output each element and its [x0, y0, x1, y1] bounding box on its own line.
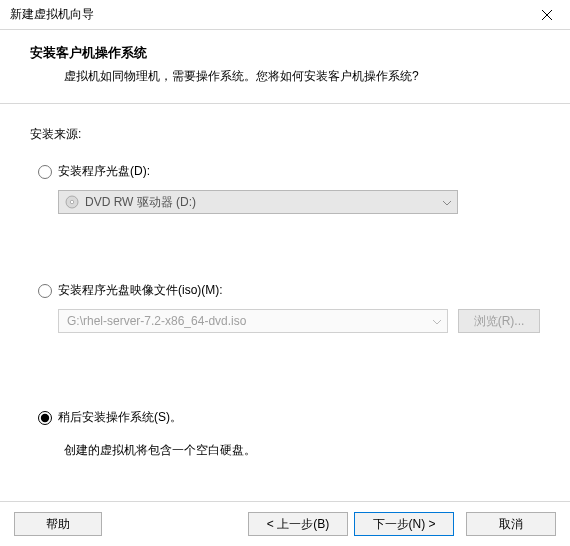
- chevron-down-icon: [443, 195, 451, 209]
- next-button[interactable]: 下一步(N) >: [354, 512, 454, 536]
- help-button[interactable]: 帮助: [14, 512, 102, 536]
- option-group: 安装程序光盘(D): DVD RW 驱动器 (D:) 安装程序光盘映像文件(is…: [30, 163, 540, 459]
- option-install-later[interactable]: 稍后安装操作系统(S)。: [38, 409, 540, 426]
- radio-installer-disc[interactable]: [38, 165, 52, 179]
- titlebar: 新建虚拟机向导: [0, 0, 570, 30]
- header-sub: 虚拟机如同物理机，需要操作系统。您将如何安装客户机操作系统?: [30, 62, 530, 85]
- header-heading: 安装客户机操作系统: [30, 44, 530, 62]
- option-iso-file[interactable]: 安装程序光盘映像文件(iso)(M):: [38, 282, 540, 299]
- iso-path-input[interactable]: G:\rhel-server-7.2-x86_64-dvd.iso: [58, 309, 448, 333]
- drive-select[interactable]: DVD RW 驱动器 (D:): [58, 190, 458, 214]
- label-iso-file: 安装程序光盘映像文件(iso)(M):: [58, 282, 223, 299]
- wizard-header: 安装客户机操作系统 虚拟机如同物理机，需要操作系统。您将如何安装客户机操作系统?: [0, 30, 570, 104]
- browse-button[interactable]: 浏览(R)...: [458, 309, 540, 333]
- drive-select-value: DVD RW 驱动器 (D:): [85, 194, 196, 211]
- window-title: 新建虚拟机向导: [10, 6, 94, 23]
- disc-icon: [65, 195, 79, 209]
- wizard-footer: 帮助 < 上一步(B) 下一步(N) > 取消: [0, 501, 570, 546]
- chevron-down-icon: [433, 314, 441, 328]
- wizard-content: 安装来源: 安装程序光盘(D): DVD RW 驱动器 (D:) 安装程序光盘映…: [0, 104, 570, 501]
- label-installer-disc: 安装程序光盘(D):: [58, 163, 150, 180]
- iso-path-value: G:\rhel-server-7.2-x86_64-dvd.iso: [67, 314, 246, 328]
- radio-install-later[interactable]: [38, 411, 52, 425]
- svg-point-3: [70, 200, 73, 203]
- source-label: 安装来源:: [30, 126, 540, 143]
- option-installer-disc[interactable]: 安装程序光盘(D):: [38, 163, 540, 180]
- install-later-note: 创建的虚拟机将包含一个空白硬盘。: [38, 436, 540, 459]
- close-button[interactable]: [524, 0, 570, 30]
- close-icon: [542, 10, 552, 20]
- back-button[interactable]: < 上一步(B): [248, 512, 348, 536]
- browse-button-label: 浏览(R)...: [474, 313, 525, 330]
- cancel-button[interactable]: 取消: [466, 512, 556, 536]
- label-install-later: 稍后安装操作系统(S)。: [58, 409, 182, 426]
- radio-iso-file[interactable]: [38, 284, 52, 298]
